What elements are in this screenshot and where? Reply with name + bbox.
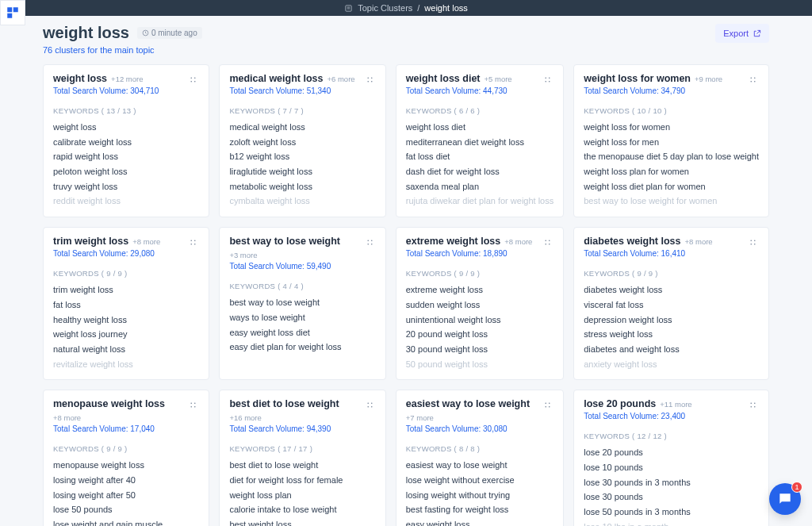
keyword-item[interactable]: peloton weight loss xyxy=(53,164,199,179)
keyword-item[interactable]: revitalize weight loss xyxy=(53,357,199,372)
keyword-item[interactable]: extreme weight loss xyxy=(406,282,553,298)
keyword-item[interactable]: weight loss journey xyxy=(53,327,199,342)
keyword-item[interactable]: natural weight loss xyxy=(53,342,199,357)
keyword-item[interactable]: rujuta diwekar diet plan for weight loss xyxy=(406,194,553,209)
breadcrumb-parent[interactable]: Topic Clusters xyxy=(358,3,412,13)
keyword-item[interactable]: truvy weight loss xyxy=(53,179,199,194)
keyword-item[interactable]: weight loss diet plan for women xyxy=(584,179,759,194)
expand-button[interactable] xyxy=(187,73,199,88)
expand-button[interactable] xyxy=(364,236,376,251)
keyword-item[interactable]: lose weight and gain muscle xyxy=(53,517,199,526)
keyword-item[interactable]: dash diet for weight loss xyxy=(406,164,553,179)
keyword-item[interactable]: best way to lose weight xyxy=(229,295,375,310)
app-logo[interactable] xyxy=(0,0,25,25)
keyword-item[interactable]: lose 50 pounds in 3 months xyxy=(584,505,759,520)
keyword-item[interactable]: rapid weight loss xyxy=(53,149,199,164)
keyword-item[interactable]: lose 10 lbs in a month xyxy=(584,520,759,526)
keyword-item[interactable]: menopause weight loss xyxy=(53,458,199,473)
keyword-item[interactable]: weight loss plan xyxy=(229,488,375,503)
cluster-title[interactable]: weight loss diet xyxy=(406,73,481,84)
cluster-title[interactable]: lose 20 pounds xyxy=(584,398,656,409)
cluster-title[interactable]: best way to lose weight xyxy=(229,236,340,247)
more-badge: +8 more xyxy=(504,237,532,246)
search-volume: Total Search Volume: 30,080 xyxy=(406,424,542,433)
keyword-item[interactable]: liraglutide weight loss xyxy=(229,164,375,179)
keyword-item[interactable]: sudden weight loss xyxy=(406,298,553,313)
keyword-item[interactable]: ways to lose weight xyxy=(229,310,375,325)
expand-button[interactable] xyxy=(542,73,553,88)
keyword-item[interactable]: diet for weight loss for female xyxy=(229,473,375,488)
keyword-item[interactable]: metabolic weight loss xyxy=(229,179,375,194)
keyword-item[interactable]: lose 30 pounds xyxy=(584,490,759,505)
keyword-item[interactable]: weight loss xyxy=(53,120,199,135)
keyword-item[interactable]: easy weight loss xyxy=(406,517,553,526)
keyword-item[interactable]: lose 30 pounds in 3 months xyxy=(584,475,759,490)
keyword-item[interactable]: 20 pound weight loss xyxy=(406,327,553,342)
keyword-item[interactable]: losing weight after 40 xyxy=(53,473,199,488)
keyword-item[interactable]: losing weight without trying xyxy=(406,488,553,503)
expand-button[interactable] xyxy=(187,236,199,251)
keyword-item[interactable]: lose 20 pounds xyxy=(584,445,759,460)
keyword-item[interactable]: 50 pound weight loss xyxy=(406,357,553,372)
keyword-item[interactable]: diabetes and weight loss xyxy=(584,342,759,357)
more-badge: +9 more xyxy=(695,75,722,83)
cluster-title[interactable]: weight loss for women xyxy=(584,73,691,84)
keyword-list: best diet to lose weightdiet for weight … xyxy=(229,458,375,526)
keyword-item[interactable]: best fasting for weight loss xyxy=(406,502,553,517)
expand-button[interactable] xyxy=(747,236,759,251)
keyword-item[interactable]: reddit weight loss xyxy=(53,194,199,209)
keyword-item[interactable]: visceral fat loss xyxy=(584,298,759,313)
expand-button[interactable] xyxy=(747,398,759,413)
keyword-item[interactable]: depression weight loss xyxy=(584,313,759,328)
keyword-item[interactable]: easiest way to lose weight xyxy=(406,458,553,473)
cluster-title[interactable]: best diet to lose weight xyxy=(229,398,339,409)
keyword-item[interactable]: 30 pound weight loss xyxy=(406,342,553,357)
keyword-item[interactable]: best diet to lose weight xyxy=(229,458,375,473)
keyword-item[interactable]: diabetes weight loss xyxy=(584,282,759,298)
keyword-item[interactable]: saxenda meal plan xyxy=(406,179,553,194)
keyword-item[interactable]: b12 weight loss xyxy=(229,149,375,164)
keyword-item[interactable]: weight loss plan for women xyxy=(584,164,759,179)
export-button[interactable]: Export xyxy=(715,24,769,43)
keyword-item[interactable]: calibrate weight loss xyxy=(53,135,199,150)
keyword-item[interactable]: medical weight loss xyxy=(229,120,375,135)
keyword-item[interactable]: lose weight without exercise xyxy=(406,473,553,488)
keyword-item[interactable]: cymbalta weight loss xyxy=(229,194,375,209)
cluster-title[interactable]: medical weight loss xyxy=(229,73,323,84)
keyword-item[interactable]: losing weight after 50 xyxy=(53,488,199,503)
keyword-item[interactable]: stress weight loss xyxy=(584,327,759,342)
expand-button[interactable] xyxy=(187,398,199,413)
cluster-title[interactable]: menopause weight loss xyxy=(53,398,165,409)
cluster-title[interactable]: weight loss xyxy=(53,73,107,84)
keyword-item[interactable]: easy diet plan for weight loss xyxy=(229,340,375,355)
expand-button[interactable] xyxy=(747,73,759,88)
expand-button[interactable] xyxy=(364,73,376,88)
cluster-title[interactable]: easiest way to lose weight xyxy=(406,398,530,409)
keyword-item[interactable]: easy weight loss diet xyxy=(229,325,375,340)
expand-button[interactable] xyxy=(364,398,376,413)
keyword-item[interactable]: best weight loss xyxy=(229,517,375,526)
keyword-item[interactable]: fat loss diet xyxy=(406,149,553,164)
keyword-item[interactable]: zoloft weight loss xyxy=(229,135,375,150)
cluster-title[interactable]: trim weight loss xyxy=(53,236,128,247)
keyword-item[interactable]: healthy weight loss xyxy=(53,313,199,328)
keyword-item[interactable]: weight loss for women xyxy=(584,120,759,135)
keyword-item[interactable]: fat loss xyxy=(53,298,199,313)
chat-widget[interactable]: 1 xyxy=(769,483,801,515)
cluster-title[interactable]: extreme weight loss xyxy=(406,236,501,247)
cluster-card: diabetes weight loss +8 more Total Searc… xyxy=(573,227,769,380)
keyword-item[interactable]: best way to lose weight for women xyxy=(584,194,759,209)
keyword-item[interactable]: lose 10 pounds xyxy=(584,460,759,475)
keyword-item[interactable]: lose 50 pounds xyxy=(53,502,199,517)
keyword-item[interactable]: weight loss diet xyxy=(406,120,553,135)
keyword-item[interactable]: the menopause diet 5 day plan to lose we… xyxy=(584,149,759,164)
keyword-item[interactable]: calorie intake to lose weight xyxy=(229,502,375,517)
expand-button[interactable] xyxy=(542,398,553,413)
expand-button[interactable] xyxy=(542,236,553,251)
keyword-item[interactable]: trim weight loss xyxy=(53,282,199,298)
keyword-item[interactable]: mediterranean diet weight loss xyxy=(406,135,553,150)
keyword-item[interactable]: weight loss for men xyxy=(584,135,759,150)
keyword-item[interactable]: anxiety weight loss xyxy=(584,357,759,372)
keyword-item[interactable]: unintentional weight loss xyxy=(406,313,553,328)
cluster-title[interactable]: diabetes weight loss xyxy=(584,236,680,247)
